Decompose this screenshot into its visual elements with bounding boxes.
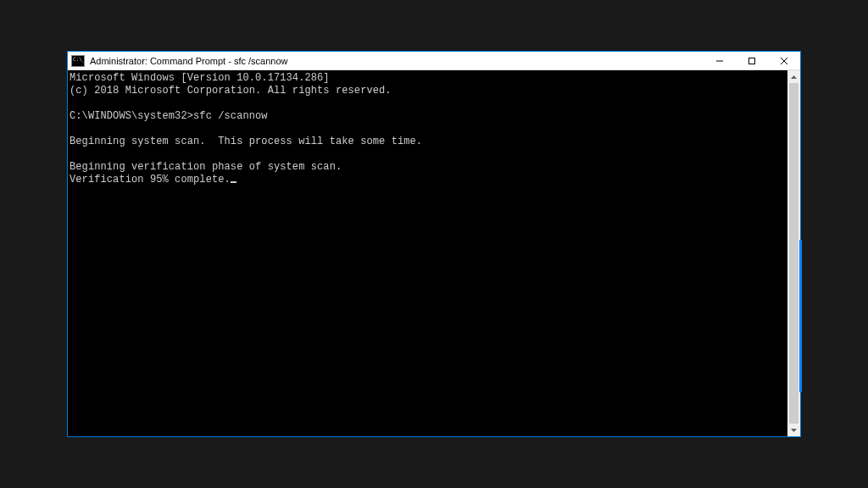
window-title: Administrator: Command Prompt - sfc /sca…	[88, 56, 704, 66]
scroll-track[interactable]	[787, 83, 800, 424]
terminal-line: Beginning system scan. This process will…	[70, 136, 422, 147]
terminal-line: C:\WINDOWS\system32>sfc /scannow	[70, 110, 268, 122]
svg-rect-1	[749, 58, 755, 64]
scroll-thumb[interactable]	[789, 83, 798, 424]
terminal-line: (c) 2018 Microsoft Corporation. All righ…	[70, 85, 392, 97]
titlebar[interactable]: Administrator: Command Prompt - sfc /sca…	[68, 52, 800, 70]
terminal-output[interactable]: Microsoft Windows [Version 10.0.17134.28…	[68, 70, 787, 436]
svg-marker-5	[791, 429, 797, 432]
minimize-button[interactable]	[704, 52, 736, 69]
scroll-up-icon[interactable]	[787, 70, 800, 83]
window-controls	[704, 52, 800, 69]
terminal-line: Microsoft Windows [Version 10.0.17134.28…	[70, 72, 330, 84]
scroll-down-icon[interactable]	[787, 424, 800, 436]
content-area: Microsoft Windows [Version 10.0.17134.28…	[68, 70, 800, 436]
terminal-line: Verification 95% complete.	[70, 174, 231, 186]
close-button[interactable]	[768, 52, 800, 69]
maximize-button[interactable]	[736, 52, 768, 69]
cmd-icon	[71, 55, 85, 67]
cursor-icon	[231, 181, 236, 183]
svg-marker-4	[791, 75, 797, 79]
terminal-line: Beginning verification phase of system s…	[70, 161, 342, 173]
accent-strip	[799, 240, 802, 392]
scrollbar[interactable]	[787, 70, 800, 436]
command-prompt-window: Administrator: Command Prompt - sfc /sca…	[67, 51, 801, 437]
